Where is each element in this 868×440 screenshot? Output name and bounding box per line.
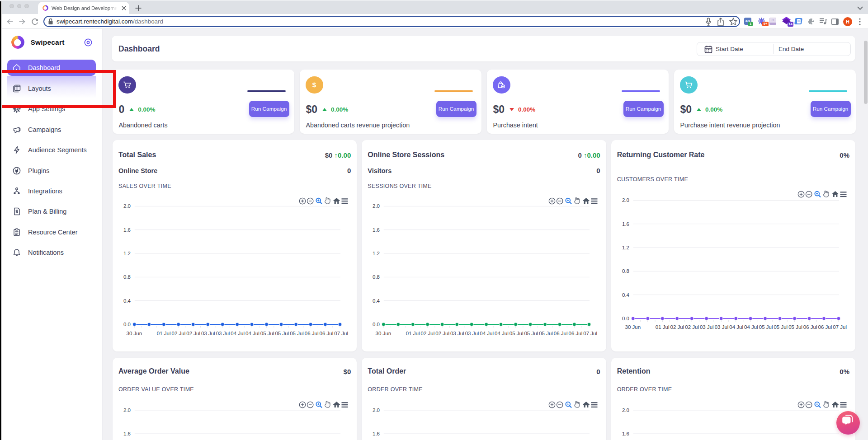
- svg-text:03 Jul: 03 Jul: [216, 331, 230, 336]
- svg-text:06 Jul: 06 Jul: [569, 331, 583, 336]
- svg-text:06 Jul: 06 Jul: [320, 331, 334, 336]
- svg-text:02 Jul: 02 Jul: [186, 331, 200, 336]
- svg-text:04 Jul: 04 Jul: [729, 324, 743, 330]
- svg-text:01 Jul: 01 Jul: [656, 324, 670, 330]
- svg-text:03 Jul: 03 Jul: [700, 324, 714, 330]
- svg-text:30 Jun: 30 Jun: [625, 324, 641, 330]
- svg-text:05 Jul: 05 Jul: [788, 324, 802, 330]
- svg-text:0.4: 0.4: [373, 298, 380, 304]
- svg-text:2.0: 2.0: [622, 407, 629, 413]
- svg-text:04 Jul: 04 Jul: [245, 331, 259, 336]
- svg-text:0.4: 0.4: [622, 292, 630, 298]
- svg-text:2.0: 2.0: [123, 203, 131, 209]
- svg-text:05 Jul: 05 Jul: [509, 331, 524, 336]
- svg-text:05 Jul: 05 Jul: [759, 324, 773, 330]
- svg-text:$: $: [312, 81, 316, 89]
- svg-text:30 Jun: 30 Jun: [127, 331, 142, 336]
- svg-text:1.6: 1.6: [123, 227, 131, 233]
- svg-text:02 Jul: 02 Jul: [172, 331, 186, 336]
- svg-text:05 Jul: 05 Jul: [539, 331, 553, 336]
- svg-text:2.0: 2.0: [123, 407, 131, 413]
- svg-text:0.8: 0.8: [123, 274, 131, 280]
- svg-text:06 Jul: 06 Jul: [803, 324, 817, 330]
- svg-text:0.0: 0.0: [123, 322, 131, 327]
- svg-text:03 Jul: 03 Jul: [714, 324, 728, 330]
- svg-text:01 Jul: 01 Jul: [157, 331, 171, 336]
- svg-text:02 Jul: 02 Jul: [421, 331, 435, 336]
- svg-text:0.8: 0.8: [622, 268, 629, 274]
- svg-text:06 Jul: 06 Jul: [818, 324, 832, 330]
- svg-text:1.6: 1.6: [622, 221, 629, 227]
- svg-text:07 Jul: 07 Jul: [334, 331, 348, 336]
- svg-text:03 Jul: 03 Jul: [201, 331, 215, 336]
- svg-text:0.4: 0.4: [123, 298, 131, 304]
- svg-text:02 Jul: 02 Jul: [685, 324, 699, 330]
- svg-text:1.6: 1.6: [373, 431, 380, 436]
- svg-text:05 Jul: 05 Jul: [275, 331, 289, 336]
- svg-text:04 Jul: 04 Jul: [495, 331, 509, 336]
- svg-text:1.6: 1.6: [123, 431, 131, 436]
- svg-text:04 Jul: 04 Jul: [744, 324, 758, 330]
- svg-text:0.0: 0.0: [373, 322, 380, 327]
- svg-text:06 Jul: 06 Jul: [305, 331, 319, 336]
- svg-text:02 Jul: 02 Jul: [436, 331, 450, 336]
- svg-text:05 Jul: 05 Jul: [260, 331, 274, 336]
- svg-text:0.8: 0.8: [373, 274, 380, 280]
- svg-text:03 Jul: 03 Jul: [450, 331, 464, 336]
- svg-text:05 Jul: 05 Jul: [524, 331, 538, 336]
- svg-text:02 Jul: 02 Jul: [670, 324, 684, 330]
- svg-text:05 Jul: 05 Jul: [774, 324, 788, 330]
- svg-text:1.2: 1.2: [123, 251, 131, 256]
- svg-text:30 Jun: 30 Jun: [376, 331, 392, 336]
- svg-text:04 Jul: 04 Jul: [231, 331, 245, 336]
- svg-text:07 Jul: 07 Jul: [584, 331, 598, 336]
- svg-text:1.6: 1.6: [622, 431, 629, 436]
- svg-text:2.0: 2.0: [622, 197, 629, 203]
- svg-text:04 Jul: 04 Jul: [480, 331, 494, 336]
- svg-text:1.2: 1.2: [373, 251, 380, 256]
- svg-text:01 Jul: 01 Jul: [406, 331, 420, 336]
- svg-text:2.0: 2.0: [373, 407, 380, 413]
- svg-text:07 Jul: 07 Jul: [833, 324, 847, 330]
- svg-text:05 Jul: 05 Jul: [290, 331, 304, 336]
- svg-text:03 Jul: 03 Jul: [465, 331, 479, 336]
- svg-text:2.0: 2.0: [373, 203, 380, 209]
- svg-text:1.6: 1.6: [373, 227, 380, 233]
- svg-text:1.2: 1.2: [622, 245, 629, 250]
- svg-text:06 Jul: 06 Jul: [554, 331, 568, 336]
- svg-text:0.0: 0.0: [622, 316, 629, 321]
